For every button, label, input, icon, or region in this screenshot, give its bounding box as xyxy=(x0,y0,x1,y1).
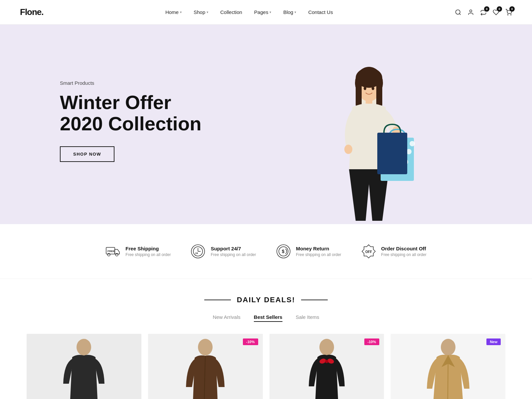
hero-title: Winter Offer 2020 Collection xyxy=(60,92,266,134)
svg-point-46 xyxy=(77,339,91,355)
feature-money-return-subtitle: Free shipping on all order xyxy=(296,252,341,257)
product-card-3[interactable]: -10% xyxy=(269,334,384,399)
feature-free-shipping-subtitle: Free shipping on all order xyxy=(125,252,171,257)
support-icon: 24 xyxy=(191,244,205,259)
svg-point-15 xyxy=(344,145,352,154)
feature-support-text: Support 24/7 Free shipping on all order xyxy=(211,246,256,257)
feature-money-return: $ Money Return Free shipping on all orde… xyxy=(276,244,341,259)
svg-point-2 xyxy=(470,10,472,12)
logo[interactable]: Flone. xyxy=(20,7,44,17)
nav-item-blog[interactable]: Blog▾ xyxy=(283,9,296,15)
svg-point-47 xyxy=(198,339,213,355)
nav-item-shop[interactable]: Shop▾ xyxy=(194,9,208,15)
user-icon[interactable] xyxy=(467,9,474,16)
nav-item-collection[interactable]: Collection xyxy=(220,9,242,15)
nav-arrow-home: ▾ xyxy=(180,10,182,14)
svg-text:OFF: OFF xyxy=(365,250,372,254)
wishlist-badge: 0 xyxy=(497,6,502,12)
svg-text:$: $ xyxy=(282,249,284,254)
tab-new-arrivals[interactable]: New Arrivals xyxy=(213,314,240,322)
product-card-4[interactable]: New xyxy=(391,334,505,399)
svg-point-34 xyxy=(115,253,118,256)
tab-best-sellers[interactable]: Best Sellers xyxy=(254,314,282,322)
feature-money-return-text: Money Return Free shipping on all order xyxy=(296,246,341,257)
feature-order-discount: OFF Order Discount Off Free shipping on … xyxy=(361,244,427,259)
nav-arrow-shop: ▾ xyxy=(207,10,208,14)
features-section: FREE Free Shipping Free shipping on all … xyxy=(0,224,532,279)
nav-item-pages[interactable]: Pages▾ xyxy=(254,9,271,15)
svg-text:FREE: FREE xyxy=(107,250,115,253)
feature-support-subtitle: Free shipping on all order xyxy=(211,252,256,257)
daily-deals-section: DAILY DEALS! New Arrivals Best Sellers S… xyxy=(0,279,532,399)
svg-point-3 xyxy=(508,14,508,15)
svg-rect-9 xyxy=(356,81,362,108)
svg-point-20 xyxy=(410,141,415,146)
search-icon[interactable] xyxy=(455,9,461,16)
money-return-icon: $ xyxy=(276,244,291,259)
daily-deals-title: DAILY DEALS! xyxy=(20,296,512,304)
compare-icon[interactable]: 0 xyxy=(480,9,487,16)
svg-point-0 xyxy=(456,10,460,14)
feature-free-shipping: FREE Free Shipping Free shipping on all … xyxy=(105,244,171,259)
svg-rect-10 xyxy=(376,81,382,108)
svg-rect-31 xyxy=(377,133,407,174)
nav-item-home[interactable]: Home▾ xyxy=(165,9,182,15)
cart-icon[interactable]: 0 xyxy=(505,9,512,16)
shop-now-button[interactable]: SHOP NOW xyxy=(60,146,114,162)
feature-support-title: Support 24/7 xyxy=(211,246,256,251)
discount-icon: OFF xyxy=(361,244,376,259)
feature-free-shipping-title: Free Shipping xyxy=(125,246,171,251)
hero-image xyxy=(266,38,472,224)
product-grid: -10% -10% xyxy=(20,334,512,399)
product-badge-2: -10% xyxy=(243,338,258,345)
svg-text:24: 24 xyxy=(195,252,198,254)
svg-point-51 xyxy=(325,360,328,363)
svg-point-52 xyxy=(441,339,455,355)
feature-order-discount-title: Order Discount Off xyxy=(381,246,427,251)
tabs: New Arrivals Best Sellers Sale Items xyxy=(20,314,512,322)
hero-content: Smart Products Winter Offer 2020 Collect… xyxy=(60,80,266,182)
truck-icon: FREE xyxy=(105,244,120,259)
nav-arrow-pages: ▾ xyxy=(269,10,271,14)
compare-badge: 0 xyxy=(484,6,489,12)
feature-money-return-title: Money Return xyxy=(296,246,341,251)
feature-order-discount-subtitle: Free shipping on all order xyxy=(381,252,427,257)
svg-line-1 xyxy=(459,13,461,15)
product-badge-4: New xyxy=(486,338,501,345)
feature-order-discount-text: Order Discount Off Free shipping on all … xyxy=(381,246,427,257)
main-nav: Home▾Shop▾CollectionPages▾Blog▾Contact U… xyxy=(165,9,333,15)
svg-point-11 xyxy=(364,87,366,90)
svg-point-4 xyxy=(511,14,511,15)
header: Flone. Home▾Shop▾CollectionPages▾Blog▾Co… xyxy=(0,0,532,25)
feature-support: 24 Support 24/7 Free shipping on all ord… xyxy=(191,244,256,259)
product-card-1[interactable] xyxy=(27,334,141,399)
svg-point-12 xyxy=(372,87,374,90)
header-icons: 0 0 0 xyxy=(455,9,512,16)
hero-section: Smart Products Winter Offer 2020 Collect… xyxy=(0,25,532,224)
svg-point-33 xyxy=(107,253,110,256)
hero-subtitle: Smart Products xyxy=(60,80,266,86)
nav-item-contact-us[interactable]: Contact Us xyxy=(308,9,333,15)
svg-point-48 xyxy=(319,339,334,355)
nav-arrow-blog: ▾ xyxy=(294,10,296,14)
feature-free-shipping-text: Free Shipping Free shipping on all order xyxy=(125,246,171,257)
product-badge-3: -10% xyxy=(364,338,380,345)
wishlist-icon[interactable]: 0 xyxy=(493,9,499,16)
cart-badge: 0 xyxy=(509,6,515,12)
tab-sale-items[interactable]: Sale Items xyxy=(296,314,319,322)
product-card-2[interactable]: -10% xyxy=(148,334,263,399)
